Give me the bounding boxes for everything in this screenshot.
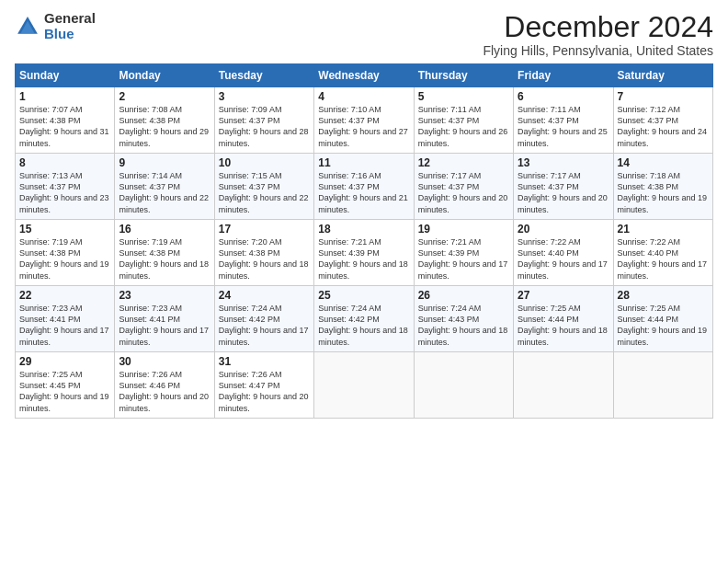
day-number: 28	[618, 289, 709, 302]
calendar-cell: 11 Sunrise: 7:16 AMSunset: 4:37 PMDaylig…	[314, 154, 414, 220]
cell-info: Sunrise: 7:17 AMSunset: 4:37 PMDaylight:…	[418, 171, 508, 213]
calendar-cell: 25 Sunrise: 7:24 AMSunset: 4:42 PMDaylig…	[314, 286, 414, 352]
calendar-cell: 9 Sunrise: 7:14 AMSunset: 4:37 PMDayligh…	[115, 154, 214, 220]
calendar-cell	[314, 352, 414, 419]
cell-info: Sunrise: 7:15 AMSunset: 4:37 PMDaylight:…	[219, 171, 309, 213]
calendar-cell: 14 Sunrise: 7:18 AMSunset: 4:38 PMDaylig…	[613, 154, 712, 220]
calendar-week-5: 29 Sunrise: 7:25 AMSunset: 4:45 PMDaylig…	[16, 352, 713, 419]
calendar-cell	[414, 352, 513, 419]
calendar-table: Sunday Monday Tuesday Wednesday Thursday…	[15, 63, 713, 419]
month-title: December 2024	[483, 11, 713, 43]
day-number: 20	[518, 223, 609, 236]
day-number: 18	[318, 223, 409, 236]
calendar-cell: 4 Sunrise: 7:10 AMSunset: 4:37 PMDayligh…	[314, 87, 414, 154]
day-number: 14	[618, 156, 709, 169]
cell-info: Sunrise: 7:20 AMSunset: 4:38 PMDaylight:…	[219, 237, 309, 280]
cell-info: Sunrise: 7:13 AMSunset: 4:37 PMDaylight:…	[19, 171, 109, 213]
cell-info: Sunrise: 7:22 AMSunset: 4:40 PMDaylight:…	[618, 237, 708, 280]
cell-info: Sunrise: 7:08 AMSunset: 4:38 PMDaylight:…	[119, 105, 209, 147]
cell-info: Sunrise: 7:18 AMSunset: 4:38 PMDaylight:…	[618, 171, 708, 213]
cell-info: Sunrise: 7:11 AMSunset: 4:37 PMDaylight:…	[518, 105, 608, 147]
cell-info: Sunrise: 7:19 AMSunset: 4:38 PMDaylight:…	[119, 237, 209, 280]
cell-info: Sunrise: 7:14 AMSunset: 4:37 PMDaylight:…	[119, 171, 209, 213]
calendar-cell: 1 Sunrise: 7:07 AMSunset: 4:38 PMDayligh…	[16, 87, 115, 154]
logo-icon	[15, 14, 40, 40]
header-monday: Monday	[115, 64, 214, 87]
calendar-cell: 10 Sunrise: 7:15 AMSunset: 4:37 PMDaylig…	[214, 154, 313, 220]
header-saturday: Saturday	[613, 64, 712, 87]
day-number: 7	[618, 90, 709, 103]
logo-blue: Blue	[44, 27, 96, 42]
calendar-cell: 26 Sunrise: 7:24 AMSunset: 4:43 PMDaylig…	[414, 286, 513, 352]
calendar-header: Sunday Monday Tuesday Wednesday Thursday…	[16, 64, 713, 87]
main-container: General Blue December 2024 Flying Hills,…	[0, 0, 728, 428]
cell-info: Sunrise: 7:07 AMSunset: 4:38 PMDaylight:…	[19, 105, 109, 147]
cell-info: Sunrise: 7:09 AMSunset: 4:37 PMDaylight:…	[219, 105, 309, 147]
header-sunday: Sunday	[16, 64, 115, 87]
day-number: 26	[418, 289, 509, 302]
calendar-cell: 5 Sunrise: 7:11 AMSunset: 4:37 PMDayligh…	[414, 87, 513, 154]
day-number: 16	[119, 223, 210, 236]
cell-info: Sunrise: 7:17 AMSunset: 4:37 PMDaylight:…	[518, 171, 608, 213]
header-friday: Friday	[514, 64, 613, 87]
day-number: 22	[19, 289, 110, 302]
logo-general: General	[44, 11, 96, 27]
calendar-cell: 12 Sunrise: 7:17 AMSunset: 4:37 PMDaylig…	[414, 154, 513, 220]
day-number: 24	[219, 289, 310, 302]
cell-info: Sunrise: 7:16 AMSunset: 4:37 PMDaylight:…	[318, 171, 408, 213]
calendar-cell: 29 Sunrise: 7:25 AMSunset: 4:45 PMDaylig…	[16, 352, 115, 419]
day-number: 10	[219, 156, 310, 169]
cell-info: Sunrise: 7:24 AMSunset: 4:42 PMDaylight:…	[219, 304, 309, 346]
day-number: 29	[19, 355, 110, 368]
day-number: 11	[318, 156, 409, 169]
calendar-cell: 20 Sunrise: 7:22 AMSunset: 4:40 PMDaylig…	[514, 220, 613, 286]
calendar-cell: 27 Sunrise: 7:25 AMSunset: 4:44 PMDaylig…	[514, 286, 613, 352]
day-number: 31	[219, 355, 310, 368]
calendar-week-1: 1 Sunrise: 7:07 AMSunset: 4:38 PMDayligh…	[16, 87, 713, 154]
cell-info: Sunrise: 7:25 AMSunset: 4:45 PMDaylight:…	[19, 370, 109, 412]
calendar-cell: 6 Sunrise: 7:11 AMSunset: 4:37 PMDayligh…	[514, 87, 613, 154]
cell-info: Sunrise: 7:26 AMSunset: 4:46 PMDaylight:…	[119, 370, 209, 412]
cell-info: Sunrise: 7:24 AMSunset: 4:43 PMDaylight:…	[418, 304, 508, 346]
day-number: 9	[119, 156, 210, 169]
calendar-cell	[613, 352, 712, 419]
location-title: Flying Hills, Pennsylvania, United State…	[483, 43, 713, 58]
cell-info: Sunrise: 7:21 AMSunset: 4:39 PMDaylight:…	[418, 237, 508, 280]
day-number: 27	[518, 289, 609, 302]
calendar-cell: 3 Sunrise: 7:09 AMSunset: 4:37 PMDayligh…	[214, 87, 313, 154]
calendar-cell: 22 Sunrise: 7:23 AMSunset: 4:41 PMDaylig…	[16, 286, 115, 352]
logo: General Blue	[15, 11, 96, 41]
day-number: 30	[119, 355, 210, 368]
header-row: General Blue December 2024 Flying Hills,…	[15, 11, 713, 58]
cell-info: Sunrise: 7:19 AMSunset: 4:38 PMDaylight:…	[19, 237, 109, 280]
cell-info: Sunrise: 7:23 AMSunset: 4:41 PMDaylight:…	[19, 304, 109, 346]
calendar-cell: 15 Sunrise: 7:19 AMSunset: 4:38 PMDaylig…	[16, 220, 115, 286]
day-number: 1	[19, 90, 110, 103]
header-row-days: Sunday Monday Tuesday Wednesday Thursday…	[16, 64, 713, 87]
calendar-week-2: 8 Sunrise: 7:13 AMSunset: 4:37 PMDayligh…	[16, 154, 713, 220]
day-number: 13	[518, 156, 609, 169]
day-number: 21	[618, 223, 709, 236]
cell-info: Sunrise: 7:12 AMSunset: 4:37 PMDaylight:…	[618, 105, 708, 147]
calendar-cell: 24 Sunrise: 7:24 AMSunset: 4:42 PMDaylig…	[214, 286, 313, 352]
calendar-cell: 8 Sunrise: 7:13 AMSunset: 4:37 PMDayligh…	[16, 154, 115, 220]
calendar-cell: 13 Sunrise: 7:17 AMSunset: 4:37 PMDaylig…	[514, 154, 613, 220]
title-block: December 2024 Flying Hills, Pennsylvania…	[483, 11, 713, 58]
calendar-cell: 16 Sunrise: 7:19 AMSunset: 4:38 PMDaylig…	[115, 220, 214, 286]
calendar-cell: 17 Sunrise: 7:20 AMSunset: 4:38 PMDaylig…	[214, 220, 313, 286]
day-number: 2	[119, 90, 210, 103]
logo-text: General Blue	[44, 11, 96, 41]
cell-info: Sunrise: 7:25 AMSunset: 4:44 PMDaylight:…	[518, 304, 608, 346]
calendar-cell: 7 Sunrise: 7:12 AMSunset: 4:37 PMDayligh…	[613, 87, 712, 154]
day-number: 8	[19, 156, 110, 169]
cell-info: Sunrise: 7:23 AMSunset: 4:41 PMDaylight:…	[119, 304, 209, 346]
calendar-cell: 21 Sunrise: 7:22 AMSunset: 4:40 PMDaylig…	[613, 220, 712, 286]
cell-info: Sunrise: 7:22 AMSunset: 4:40 PMDaylight:…	[518, 237, 608, 280]
calendar-cell: 28 Sunrise: 7:25 AMSunset: 4:44 PMDaylig…	[613, 286, 712, 352]
header-wednesday: Wednesday	[314, 64, 414, 87]
day-number: 12	[418, 156, 509, 169]
cell-info: Sunrise: 7:10 AMSunset: 4:37 PMDaylight:…	[318, 105, 408, 147]
cell-info: Sunrise: 7:11 AMSunset: 4:37 PMDaylight:…	[418, 105, 508, 147]
day-number: 4	[318, 90, 409, 103]
calendar-body: 1 Sunrise: 7:07 AMSunset: 4:38 PMDayligh…	[16, 87, 713, 419]
